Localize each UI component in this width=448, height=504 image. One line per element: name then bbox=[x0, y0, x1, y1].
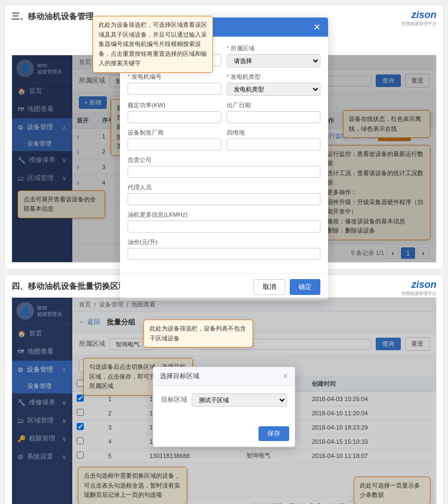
callout-filter-2: 此处为设备筛选栏，设备列表不包含子区域设备 bbox=[143, 320, 253, 347]
target-dialog-body: 目标区域 测试子区域 bbox=[153, 386, 295, 421]
dialog-footer-1: 取消 确定 bbox=[120, 273, 328, 300]
target-dialog-header: 选择目标区域 ✕ bbox=[153, 367, 295, 386]
dialog-label-agent: 代理人员 bbox=[128, 183, 320, 192]
dialog-field-geo: 四维地 bbox=[227, 129, 320, 150]
target-area-select[interactable]: 测试子区域 bbox=[192, 393, 287, 407]
dialog-row-6: 代理人员 bbox=[128, 183, 320, 205]
dialog-label-generator: * 发电机编号 bbox=[128, 73, 221, 81]
dialog-field-generator: * 发电机编号 bbox=[128, 73, 221, 96]
dialog-row-3: 额定功率(KW) 出厂日期 bbox=[128, 101, 320, 123]
dialog-row-5: 负责公司 bbox=[128, 156, 320, 178]
dialog-input-info[interactable] bbox=[128, 221, 320, 233]
dialog-field-power: 额定功率(KW) bbox=[128, 101, 221, 123]
callout-filter-2-text: 此处为设备筛选栏，设备列表不包含子区域设备 bbox=[150, 325, 246, 341]
dialog-input-geo[interactable] bbox=[227, 138, 320, 150]
dialog-input-price[interactable] bbox=[128, 248, 320, 260]
dialog-close-btn-1[interactable]: ✕ bbox=[313, 22, 320, 32]
target-dialog-footer: 保存 bbox=[153, 421, 295, 447]
logo-brand-2: zison bbox=[401, 279, 436, 291]
dialog-field-price: 油价(元/升) bbox=[128, 238, 320, 260]
dialog-input-date[interactable] bbox=[227, 111, 320, 123]
logo-tagline-2: 智慧能源管理平台 bbox=[401, 291, 436, 297]
target-dialog-close[interactable]: ✕ bbox=[283, 372, 288, 380]
section2-wrapper: zison 智慧能源管理平台 四、移动油机设备批量切换区域 👤 test 超级管… bbox=[4, 274, 444, 504]
required-mark-4: * bbox=[227, 73, 229, 80]
dialog-input-company[interactable] bbox=[128, 166, 320, 178]
required-mark-2: * bbox=[227, 45, 229, 51]
dialog-overlay-1: 新增设备 ✕ * 采集器编号 * 所属区域 请选择 bbox=[12, 55, 436, 262]
logo-tagline: 智慧能源管理平台 bbox=[401, 21, 436, 27]
dialog-confirm-btn-1[interactable]: 确定 bbox=[290, 279, 320, 295]
logo-area: zison 智慧能源管理平台 bbox=[401, 9, 436, 27]
logo-brand: zison bbox=[401, 9, 436, 21]
dialog-field-area: * 所属区域 请选择 bbox=[227, 44, 320, 67]
app-container-1: 👤 test 超级管理员 🏠 首页 🗺 地图查看 ⚙ 设备管理 bbox=[12, 55, 436, 263]
dialog-label-area: * 所属区域 bbox=[227, 44, 320, 53]
target-dialog-title: 选择目标区域 bbox=[160, 372, 199, 381]
dialog-field-gen-type: * 发电机类型 发电机类型 bbox=[227, 73, 320, 96]
dialog-row-7: 油机更多信息(LKMHz) bbox=[128, 211, 320, 233]
target-dialog-save-btn[interactable]: 保存 bbox=[259, 426, 289, 441]
dialog-input-power[interactable] bbox=[128, 111, 221, 123]
dialog-input-agent[interactable] bbox=[128, 193, 320, 205]
callout-filter: 此处为设备筛选栏，可选择区域查看该区域及其子区域设备，并且可以通过输入采集器编号… bbox=[93, 16, 213, 73]
dialog-label-gen-type: * 发电机类型 bbox=[227, 73, 320, 81]
dialog-field-info: 油机更多信息(LKMHz) bbox=[128, 211, 320, 233]
target-area-row: 目标区域 测试子区域 bbox=[161, 393, 287, 407]
target-region-dialog: 选择目标区域 ✕ 目标区域 测试子区域 保存 bbox=[153, 367, 295, 447]
dialog-label-mfr: 设备制造厂商 bbox=[128, 129, 221, 137]
dialog-label-info: 油机更多信息(LKMHz) bbox=[128, 211, 320, 219]
dialog-cancel-btn-1[interactable]: 取消 bbox=[254, 279, 285, 295]
section1-wrapper: zison 智慧能源管理平台 三、移动油机设备管理 此处为设备筛选栏，可选择区域… bbox=[4, 4, 444, 270]
dialog-row-4: 设备制造厂商 四维地 bbox=[128, 129, 320, 150]
logo-area-2: zison 智慧能源管理平台 bbox=[401, 279, 436, 297]
dialog-field-date: 出厂日期 bbox=[227, 101, 320, 123]
dialog-label-company: 负责公司 bbox=[128, 156, 320, 164]
dialog-select-area[interactable]: 请选择 bbox=[227, 54, 320, 67]
dialog-input-generator[interactable] bbox=[128, 83, 221, 95]
dialog-label-geo: 四维地 bbox=[227, 129, 320, 137]
dialog-label-price: 油价(元/升) bbox=[128, 238, 320, 246]
app-container-2: 👤 test 超级管理员 🏠 首页 🗺 地图查看 ⚙ 设备管理 bbox=[12, 297, 436, 504]
dialog-field-company: 负责公司 bbox=[128, 156, 320, 178]
dialog-row-2: * 发电机编号 * 发电机类型 发电机类型 bbox=[128, 73, 320, 96]
dialog-field-agent: 代理人员 bbox=[128, 183, 320, 205]
target-area-label: 目标区域 bbox=[161, 395, 187, 404]
dialog-select-gen-type[interactable]: 发电机类型 bbox=[227, 83, 320, 96]
dialog-field-mfr: 设备制造厂商 bbox=[128, 129, 221, 150]
required-mark-3: * bbox=[128, 73, 130, 80]
dialog-label-date: 出厂日期 bbox=[227, 101, 320, 109]
dialog-label-power: 额定功率(KW) bbox=[128, 101, 221, 109]
dialog-row-8: 油价(元/升) bbox=[128, 238, 320, 260]
dialog-input-mfr[interactable] bbox=[128, 138, 221, 150]
